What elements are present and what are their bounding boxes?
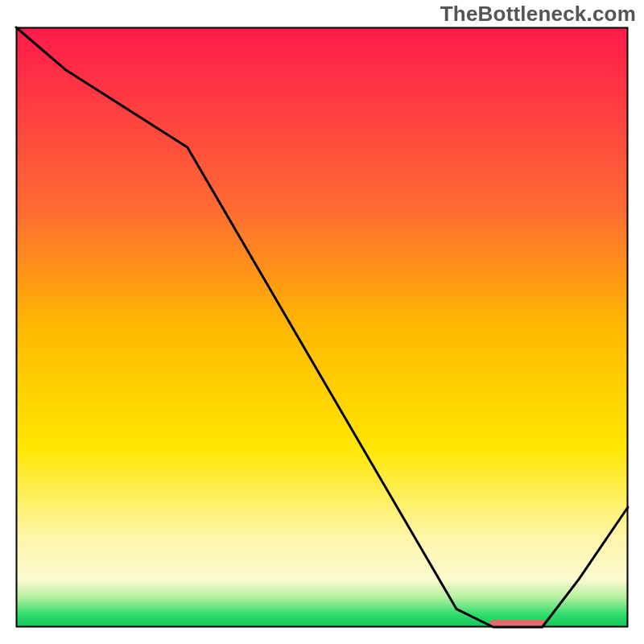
bottleneck-chart xyxy=(0,0,644,644)
watermark-text: TheBottleneck.com xyxy=(440,2,636,27)
